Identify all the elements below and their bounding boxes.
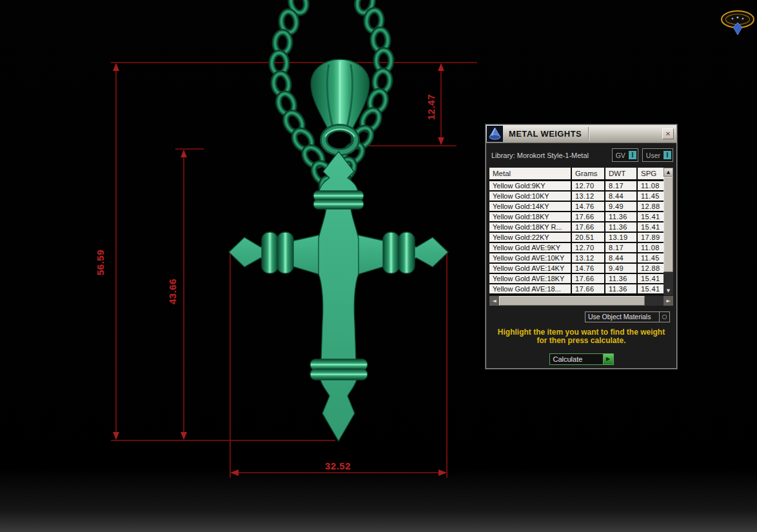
grams-cell: 12.70	[572, 181, 604, 190]
vertical-scrollbar[interactable]: ▲ ▼	[664, 168, 673, 295]
library-label: Library: Morokort Style-1-Metal	[491, 152, 608, 159]
radio-icon[interactable]: ○	[659, 312, 669, 322]
scroll-down-icon[interactable]: ▼	[664, 286, 673, 295]
table-row[interactable]: Yellow Gold AVE:9KY 12.70 8.17 11.08	[489, 243, 673, 252]
metal-cell: Yellow Gold:14KY	[489, 202, 571, 211]
table-row[interactable]: Yellow Gold AVE:10KY 13.12 8.44 11.45	[489, 253, 673, 262]
dimension-label-total-height: 56.59	[95, 248, 105, 277]
metal-cell: Yellow Gold AVE:18KY	[489, 274, 571, 283]
calculate-button-label: Calculate	[550, 354, 603, 364]
dialog-titlebar[interactable]: METAL WEIGHTS ✕	[486, 125, 676, 143]
table-row[interactable]: Yellow Gold:14KY 14.76 9.49 12.88	[489, 202, 673, 211]
cross-model	[229, 152, 448, 441]
dwt-cell: 11.36	[605, 274, 636, 283]
scroll-left-icon[interactable]: ◄	[489, 296, 499, 306]
user-button-label: User	[644, 152, 664, 159]
grams-cell: 14.76	[572, 264, 604, 273]
grams-cell: 13.12	[572, 253, 604, 262]
dwt-cell: 11.36	[605, 212, 636, 221]
metal-cell: Yellow Gold:18KY	[489, 212, 571, 221]
table-row[interactable]: Yellow Gold AVE:14KY 14.76 9.49 12.88	[489, 264, 673, 273]
scroll-up-icon[interactable]: ▲	[664, 168, 673, 177]
dwt-cell: 9.49	[605, 264, 636, 273]
play-icon: ▶	[603, 354, 613, 364]
dwt-cell: 13.19	[605, 233, 636, 242]
use-object-materials-selector[interactable]: Use Object Materials ○	[585, 311, 670, 322]
column-header-metal: Metal	[489, 168, 571, 179]
calculate-button[interactable]: Calculate ▶	[549, 353, 614, 365]
grams-cell: 12.70	[572, 243, 604, 252]
grams-cell: 17.66	[572, 284, 604, 293]
metal-cell: Yellow Gold AVE:10KY	[489, 253, 571, 262]
dwt-cell: 9.49	[605, 202, 636, 211]
dwt-cell: 8.44	[605, 192, 636, 201]
metal-cell: Yellow Gold:18KY R...	[489, 222, 571, 232]
cad-viewport[interactable]: 12.47 56.59 43.66 32.52 METAL WEIGHTS ✕ …	[0, 0, 757, 532]
dwt-cell: 8.17	[605, 243, 636, 252]
grams-cell: 13.12	[572, 192, 604, 201]
metal-cell: Yellow Gold:22KY	[489, 233, 571, 242]
gv-button[interactable]: GV I	[612, 148, 638, 162]
gv-button-label: GV	[614, 152, 629, 159]
metal-cell: Yellow Gold AVE:18...	[489, 284, 571, 293]
user-toggle-icon[interactable]: I	[664, 151, 671, 159]
pendant-bail	[311, 59, 369, 152]
dimension-lines	[111, 63, 477, 478]
metals-table: Metal Grams DWT SPG Yellow Gold:9KY 12.7…	[489, 168, 673, 295]
gem-cone-icon	[487, 126, 503, 142]
horizontal-scroll-thumb[interactable]	[499, 296, 645, 306]
grams-cell: 17.66	[572, 274, 604, 283]
grams-cell: 20.51	[572, 233, 604, 242]
grams-cell: 17.66	[572, 212, 604, 221]
table-row[interactable]: Yellow Gold AVE:18KY 17.66 11.36 15.41	[489, 274, 673, 283]
dwt-cell: 11.36	[605, 222, 636, 232]
table-row[interactable]: Yellow Gold:22KY 20.51 13.19 17.89	[489, 233, 673, 242]
use-object-materials-label: Use Object Materials	[585, 312, 659, 322]
instruction-text: Highlight the item you want to find the …	[486, 328, 676, 345]
dwt-cell: 11.36	[605, 284, 636, 293]
close-icon[interactable]: ✕	[662, 128, 674, 139]
dialog-title: METAL WEIGHTS	[504, 129, 582, 139]
table-row[interactable]: Yellow Gold AVE:18... 17.66 11.36 15.41	[489, 284, 673, 293]
metal-cell: Yellow Gold:9KY	[489, 181, 571, 190]
metal-weights-dialog: METAL WEIGHTS ✕ Library: Morokort Style-…	[486, 124, 677, 369]
gv-toggle-icon[interactable]: I	[629, 151, 636, 159]
grams-cell: 14.76	[572, 202, 604, 211]
metal-cell: Yellow Gold AVE:14KY	[489, 264, 571, 273]
metal-cell: Yellow Gold:10KY	[489, 192, 571, 201]
table-row[interactable]: Yellow Gold:10KY 13.12 8.44 11.45	[489, 192, 673, 201]
dimension-label-bail-height: 12.47	[426, 93, 436, 121]
table-header-row: Metal Grams DWT SPG	[489, 168, 673, 179]
dwt-cell: 8.44	[605, 253, 636, 262]
column-header-dwt: DWT	[605, 168, 636, 179]
dimension-label-cross-height: 43.66	[167, 277, 177, 306]
scroll-right-icon[interactable]: ►	[664, 296, 673, 306]
dimension-label-cross-width: 32.52	[324, 460, 352, 471]
table-row[interactable]: Yellow Gold:9KY 12.70 8.17 11.08	[489, 181, 673, 190]
horizontal-scrollbar[interactable]: ◄ ►	[489, 296, 673, 306]
column-header-grams: Grams	[572, 168, 604, 179]
table-row[interactable]: Yellow Gold:18KY 17.66 11.36 15.41	[489, 212, 673, 221]
dwt-cell: 8.17	[605, 181, 636, 190]
horizontal-scroll-track[interactable]	[645, 296, 664, 306]
grams-cell: 17.66	[572, 222, 604, 232]
gemvision-logo	[722, 11, 754, 35]
instruction-line-2: for then press calculate.	[486, 337, 676, 345]
metal-cell: Yellow Gold AVE:9KY	[489, 243, 571, 252]
user-button[interactable]: User I	[642, 148, 673, 162]
titlebar-divider	[588, 127, 589, 141]
vertical-scroll-thumb[interactable]	[664, 177, 673, 272]
table-row[interactable]: Yellow Gold:18KY R... 17.66 11.36 15.41	[489, 222, 673, 232]
